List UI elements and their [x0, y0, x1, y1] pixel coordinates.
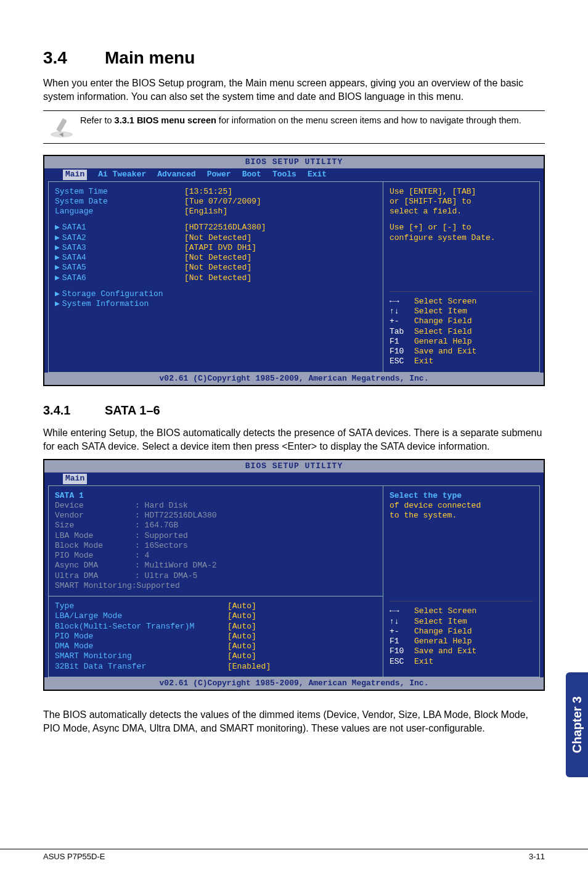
- info-label: Ultra DMA: [55, 571, 135, 581]
- bios-setting-row: PIO Mode[Auto]: [55, 632, 377, 642]
- bios-screenshot-sata: BIOS SETUP UTILITY Main SATA 1 Device: H…: [43, 459, 545, 691]
- help-desc: Exit: [414, 357, 433, 366]
- note-text: Refer to 3.3.1 BIOS menu screen for info…: [80, 115, 521, 127]
- device-info-row: Vendor: HDT722516DLA380: [55, 511, 377, 521]
- bios-tab-main: Main: [63, 474, 87, 484]
- info-value: : 16Sectors: [135, 541, 188, 551]
- info-label: Size: [55, 521, 135, 530]
- info-value: : MultiWord DMA-2: [135, 561, 217, 571]
- setting-label: LBA/Large Mode: [55, 611, 227, 621]
- page-footer: ASUS P7P55D-E 3-11: [0, 849, 588, 861]
- info-value: : 164.7GB: [135, 521, 178, 530]
- info-label: LBA Mode: [55, 531, 135, 541]
- device-info-row: SMART Monitoring:Supported: [55, 581, 377, 591]
- triangle-icon: ▶: [55, 243, 60, 252]
- bios-tab: Boot: [242, 170, 261, 179]
- help-key-line: F1General Help: [390, 637, 533, 646]
- help-text: Use [+] or [-] to: [390, 223, 533, 233]
- help-desc: General Help: [414, 637, 472, 646]
- help-text: of device connected: [390, 501, 533, 511]
- device-info-row: Async DMA: MultiWord DMA-2: [55, 561, 377, 571]
- bios-sata-item: ▶SATA4[Not Detected]: [55, 253, 377, 263]
- triangle-icon: ▶: [55, 253, 60, 262]
- bios-field: System Date[Tue 07/07/2009]: [55, 197, 377, 207]
- bios-title: BIOS SETUP UTILITY: [44, 156, 544, 168]
- bios-submenu: ▶Storage Configuration: [55, 289, 377, 299]
- help-key-line: ESCExit: [390, 657, 533, 667]
- footer-page-number: 3-11: [529, 852, 545, 861]
- bios-screenshot-main: BIOS SETUP UTILITY MainAi TweakerAdvance…: [43, 155, 545, 386]
- help-key-line: ←→Select Screen: [390, 606, 533, 616]
- help-desc: Select Screen: [414, 297, 476, 307]
- sata-heading: SATA 1: [55, 491, 377, 501]
- help-key: Tab: [390, 327, 414, 337]
- pencil-icon: [43, 115, 80, 139]
- sata-value: [Not Detected]: [184, 263, 251, 273]
- setting-value: [Auto]: [227, 601, 256, 611]
- outro-paragraph: The BIOS automatically detects the value…: [43, 708, 545, 735]
- help-key: +-: [390, 316, 414, 326]
- bios-sata-item: ▶SATA5[Not Detected]: [55, 263, 377, 273]
- bios-left-pane: System Time[13:51:25]System Date[Tue 07/…: [48, 181, 383, 373]
- help-key-line: ↑↓Select Item: [390, 617, 533, 627]
- sata-value: [HDT722516DLA380]: [184, 223, 266, 233]
- field-label: Language: [55, 207, 184, 217]
- bios-sata-item: ▶SATA1[HDT722516DLA380]: [55, 223, 377, 233]
- help-key-line: +-Change Field: [390, 627, 533, 637]
- bios-tab-bar: Main: [44, 472, 544, 485]
- note-callout: Refer to 3.3.1 BIOS menu screen for info…: [43, 110, 545, 144]
- bios-tab-bar: MainAi TweakerAdvancedPowerBootToolsExit: [44, 168, 544, 181]
- bios-left-pane: SATA 1 Device: Hard DiskVendor: HDT72251…: [48, 485, 383, 677]
- setting-label: 32Bit Data Transfer: [55, 662, 227, 672]
- field-value: [13:51:25]: [184, 187, 232, 197]
- triangle-icon: ▶: [55, 299, 60, 308]
- intro-paragraph: When you enter the BIOS Setup program, t…: [43, 76, 545, 103]
- field-label: System Time: [55, 187, 184, 197]
- help-key: ↑↓: [390, 617, 414, 627]
- help-desc: Select Screen: [414, 606, 476, 616]
- device-info-row: Ultra DMA: Ultra DMA-5: [55, 571, 377, 581]
- info-value: : Supported: [135, 531, 188, 541]
- footer-product: ASUS P7P55D-E: [43, 852, 105, 861]
- help-key: ←→: [390, 297, 414, 307]
- triangle-icon: ▶: [55, 233, 60, 242]
- setting-label: PIO Mode: [55, 632, 227, 642]
- info-label: Device: [55, 501, 135, 511]
- help-key-line: ESCExit: [390, 357, 533, 366]
- device-info-row: LBA Mode: Supported: [55, 531, 377, 541]
- sata-label: ▶SATA6: [55, 273, 184, 283]
- setting-value: [Auto]: [227, 622, 256, 632]
- help-text: Select the type: [390, 491, 533, 501]
- section-title: Main menu: [105, 48, 195, 67]
- info-label: Async DMA: [55, 561, 135, 571]
- help-key: F10: [390, 646, 414, 656]
- sata-label: ▶SATA4: [55, 253, 184, 263]
- bios-sata-item: ▶SATA2[Not Detected]: [55, 233, 377, 243]
- bios-setting-row: 32Bit Data Transfer[Enabled]: [55, 662, 377, 672]
- field-value: [English]: [184, 207, 227, 217]
- device-info-row: Device: Hard Disk: [55, 501, 377, 511]
- sata-label: ▶SATA1: [55, 223, 184, 233]
- subsection-heading: 3.4.1SATA 1–6: [43, 403, 545, 418]
- bios-title: BIOS SETUP UTILITY: [44, 460, 544, 472]
- bios-setting-row: DMA Mode[Auto]: [55, 642, 377, 651]
- setting-value: [Auto]: [227, 632, 256, 642]
- help-desc: Select Item: [414, 307, 467, 316]
- help-key: F10: [390, 347, 414, 357]
- triangle-icon: ▶: [55, 263, 60, 272]
- bios-tab: Advanced: [157, 170, 195, 179]
- subsection-title: SATA 1–6: [105, 403, 160, 417]
- help-desc: Change Field: [414, 627, 472, 637]
- device-info-row: Size: 164.7GB: [55, 521, 377, 530]
- help-text: select a field.: [390, 207, 533, 217]
- bios-setting-row: SMART Monitoring[Auto]: [55, 651, 377, 661]
- help-key-line: ↑↓Select Item: [390, 307, 533, 316]
- help-desc: Save and Exit: [414, 646, 476, 656]
- sata-value: [Not Detected]: [184, 273, 251, 283]
- sata-value: [Not Detected]: [184, 233, 251, 243]
- setting-value: [Auto]: [227, 651, 256, 661]
- field-value: [Tue 07/07/2009]: [184, 197, 261, 207]
- info-value: : HDT722516DLA380: [135, 511, 217, 521]
- help-key: F1: [390, 337, 414, 347]
- bios-help-pane: Use [ENTER], [TAB]or [SHIFT-TAB] toselec…: [383, 181, 540, 373]
